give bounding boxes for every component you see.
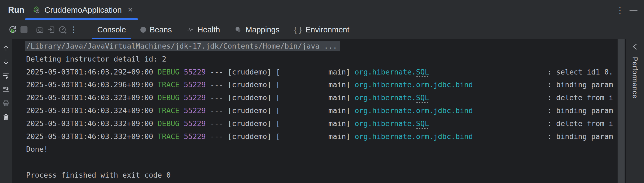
console-line: 2025-05-03T01:46:03.332+09:00 DEBUG 5522…: [26, 117, 618, 130]
toolbar-separator: [32, 25, 32, 35]
console-text-segment: TRACE: [158, 106, 179, 115]
run-tool-window: Run CruddemoApplication ✕ ⋮: [0, 0, 644, 183]
soft-wrap-icon: [2, 72, 10, 79]
console-text-segment: SQL: [416, 68, 429, 76]
run-toolbar: ⋮ Console Beans Health: [0, 20, 644, 39]
console-text-segment: [473, 132, 547, 141]
console-text-segment: --- [cruddemo] [ main]: [206, 132, 355, 141]
console-text-segment: 55229: [184, 68, 206, 76]
selected-tab-underline: [25, 18, 138, 20]
health-pulse-icon: [186, 26, 194, 33]
console-text-segment: TRACE: [158, 132, 179, 141]
tab-health[interactable]: Health: [181, 20, 226, 39]
console-text-segment: 2025-05-03T01:46:03.324+09:00: [26, 106, 158, 115]
print-button[interactable]: [2, 99, 10, 107]
console-text-segment: [473, 106, 547, 115]
console-output[interactable]: /Library/Java/JavaVirtualMachines/jdk-17…: [12, 39, 618, 183]
console-text-segment: Deleting instructor detail id: 2: [26, 55, 166, 63]
tab-beans-label: Beans: [150, 25, 172, 34]
hide-tool-window-icon[interactable]: [629, 10, 638, 11]
clear-console-button[interactable]: [2, 113, 10, 121]
tab-environment-label: Environment: [306, 25, 349, 34]
console-text-segment: 55229: [184, 106, 206, 115]
trash-icon: [2, 113, 10, 121]
console-text-segment: --- [cruddemo] [ main]: [206, 119, 355, 128]
console-text-segment: : delete from i: [547, 119, 613, 128]
camera-icon: [35, 25, 44, 34]
console-line: 2025-05-03T01:46:03.332+09:00 TRACE 5522…: [26, 130, 618, 143]
console-text-segment: [429, 119, 548, 128]
console-text-segment: 2025-05-03T01:46:03.332+09:00: [26, 119, 158, 128]
console-text-segment: : select id1_0.: [547, 68, 613, 76]
run-header-bar: Run CruddemoApplication ✕ ⋮: [0, 0, 644, 20]
console-text-segment: [179, 106, 184, 115]
tab-beans[interactable]: Beans: [135, 20, 177, 39]
soft-wrap-button[interactable]: [2, 72, 10, 80]
console-text-segment: : delete from i: [547, 93, 613, 102]
console-text-segment: [473, 80, 547, 89]
tool-window-title: Run: [8, 5, 24, 15]
console-text-segment: 2025-05-03T01:46:03.332+09:00: [26, 132, 158, 141]
console-text-segment: [429, 68, 548, 76]
console-text-segment: [179, 68, 184, 76]
console-line: 2025-05-03T01:46:03.296+09:00 TRACE 5522…: [26, 78, 618, 91]
console-text-segment: [179, 119, 184, 128]
console-text-segment: /Library/Java/JavaVirtualMachines/jdk-17…: [26, 42, 337, 50]
selected-console-line: /Library/Java/JavaVirtualMachines/jdk-17…: [25, 41, 340, 51]
arrow-up-icon: [2, 44, 10, 52]
console-line: Deleting instructor detail id: 2: [26, 53, 618, 66]
console-text-segment: [179, 80, 184, 89]
console-text-segment: : binding param: [547, 132, 613, 141]
stop-icon: [20, 26, 27, 33]
spring-boot-rerun-icon: [32, 6, 41, 14]
console-text-segment: SQL: [416, 93, 429, 102]
scroll-to-end-icon: [2, 86, 10, 93]
console-text-segment: 2025-05-03T01:46:03.292+09:00: [26, 68, 158, 76]
console-line: Process finished with exit code 0: [26, 169, 618, 182]
console-text-segment: TRACE: [158, 80, 179, 89]
console-text-segment: --- [cruddemo] [ main]: [206, 80, 355, 89]
console-text-segment: org.hibernate.orm.jdbc.bind: [355, 106, 473, 115]
console-text-segment: DEBUG: [158, 119, 179, 128]
console-text-segment: 55229: [184, 93, 206, 102]
console-text-segment: 55229: [184, 119, 206, 128]
tab-health-label: Health: [198, 25, 220, 34]
rerun-button[interactable]: [7, 23, 18, 36]
beans-icon: [140, 27, 146, 33]
header-more-options-icon[interactable]: ⋮: [615, 5, 625, 15]
expand-panel-chevron-left-icon[interactable]: [632, 43, 638, 50]
console-text-segment: [179, 132, 184, 141]
close-tab-icon[interactable]: ✕: [128, 6, 133, 14]
performance-gauge-button[interactable]: [57, 23, 68, 36]
console-text-segment: 2025-05-03T01:46:03.296+09:00: [26, 80, 158, 89]
console-text-segment: org.hibernate.: [355, 68, 416, 76]
prev-occurrence-button[interactable]: [2, 44, 10, 52]
performance-panel-stripe: Performance: [626, 39, 644, 183]
console-vertical-scrollbar[interactable]: [618, 39, 625, 183]
exit-button[interactable]: [46, 23, 57, 36]
console-line: /Library/Java/JavaVirtualMachines/jdk-17…: [26, 40, 618, 53]
tab-console[interactable]: Console: [92, 20, 131, 39]
tab-mappings-label: Mappings: [245, 25, 279, 34]
scroll-to-end-button[interactable]: [2, 85, 10, 93]
console-text-segment: Process finished with exit code 0: [26, 171, 171, 179]
console-text-segment: [179, 93, 184, 102]
thread-dump-button[interactable]: [34, 23, 46, 36]
run-tab-cruddemo-application[interactable]: CruddemoApplication ✕: [25, 0, 138, 20]
console-text-segment: SQL: [416, 119, 429, 128]
console-text-segment: DEBUG: [158, 68, 179, 76]
console-line: Done!: [26, 143, 618, 156]
toolbar-more-options-icon[interactable]: ⋮: [68, 23, 79, 36]
run-view-tabs: Console Beans Health: [92, 20, 355, 39]
console-text-segment: org.hibernate.orm.jdbc.bind: [355, 80, 473, 89]
console-line: [26, 156, 618, 169]
console-text-segment: [429, 93, 548, 102]
performance-panel-label[interactable]: Performance: [631, 57, 639, 99]
next-occurrence-button[interactable]: [2, 58, 10, 66]
console-text-segment: org.hibernate.orm.jdbc.bind: [355, 132, 473, 141]
tab-mappings[interactable]: Mappings: [229, 20, 285, 39]
stop-button[interactable]: [18, 23, 30, 36]
console-text-segment: --- [cruddemo] [ main]: [206, 93, 355, 102]
console-line: 2025-05-03T01:46:03.323+09:00 DEBUG 5522…: [26, 91, 618, 104]
tab-environment[interactable]: { } Environment: [289, 20, 355, 39]
